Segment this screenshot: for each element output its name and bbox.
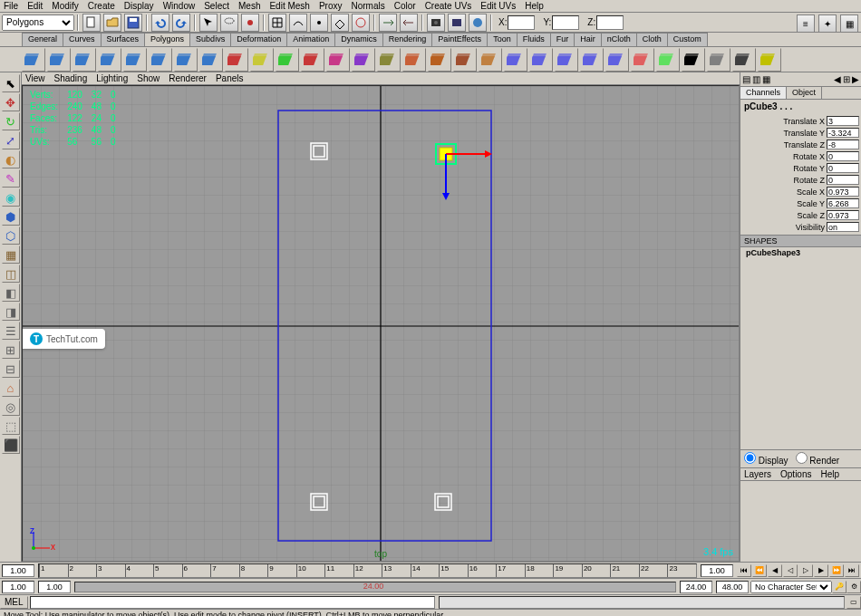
toolbox-item-0[interactable]: ⬉ bbox=[2, 74, 20, 92]
viewport[interactable]: Verts:120320Edges:240480Faces:122240Tris… bbox=[22, 85, 740, 562]
go-start-icon[interactable]: ⏮ bbox=[737, 564, 751, 577]
shelf-item-26[interactable] bbox=[682, 48, 705, 72]
attr-input-0[interactable] bbox=[827, 116, 859, 126]
toolbox-item-15[interactable]: ⊟ bbox=[2, 360, 20, 378]
shelf-tab-hair[interactable]: Hair bbox=[574, 33, 602, 46]
show-tool-icon[interactable]: ✦ bbox=[818, 14, 837, 33]
coord-z-input[interactable] bbox=[596, 15, 624, 30]
object-tab[interactable]: Object bbox=[787, 87, 822, 99]
menu-file[interactable]: File bbox=[4, 1, 18, 11]
attr-input-1[interactable] bbox=[827, 128, 859, 138]
coord-y-input[interactable] bbox=[552, 15, 579, 30]
channels-icon5[interactable]: ⊞ bbox=[843, 74, 850, 84]
toolbox-item-10[interactable]: ◫ bbox=[2, 265, 20, 283]
menu-create-uvs[interactable]: Create UVs bbox=[425, 1, 472, 11]
shelf-item-6[interactable] bbox=[174, 48, 198, 72]
menu-create[interactable]: Create bbox=[88, 1, 115, 11]
shelf-item-19[interactable] bbox=[504, 48, 527, 72]
layers-menu-layers[interactable]: Layers bbox=[744, 469, 771, 479]
toolbox-item-12[interactable]: ◨ bbox=[2, 303, 20, 321]
command-lang[interactable]: MEL bbox=[0, 596, 28, 609]
toolbox-item-5[interactable]: ✎ bbox=[2, 169, 20, 188]
open-scene-icon[interactable] bbox=[103, 14, 121, 32]
layers-menu-help[interactable]: Help bbox=[820, 469, 839, 479]
shelf-item-20[interactable] bbox=[529, 48, 553, 72]
shelf-tab-surfaces[interactable]: Surfaces bbox=[101, 33, 146, 46]
shelf-item-2[interactable] bbox=[73, 48, 96, 72]
anim-end[interactable] bbox=[716, 581, 749, 593]
script-editor-icon[interactable]: ▭ bbox=[846, 596, 861, 609]
shelf-tab-painteffects[interactable]: PaintEffects bbox=[431, 33, 488, 46]
menu-proxy[interactable]: Proxy bbox=[319, 1, 343, 11]
coord-x-input[interactable] bbox=[508, 15, 535, 30]
shelf-tab-cloth[interactable]: Cloth bbox=[636, 33, 668, 46]
toolbox-item-1[interactable]: ✥ bbox=[2, 93, 20, 111]
toolbox-item-14[interactable]: ⊞ bbox=[2, 341, 20, 359]
module-dropdown[interactable]: Polygons bbox=[2, 14, 74, 31]
layer-editor[interactable] bbox=[740, 480, 861, 562]
shelf-item-10[interactable] bbox=[276, 48, 299, 72]
snap-grid-icon[interactable] bbox=[268, 14, 286, 32]
menu-normals[interactable]: Normals bbox=[351, 1, 384, 11]
shelf-tab-dynamics[interactable]: Dynamics bbox=[334, 33, 383, 46]
shelf-tab-toon[interactable]: Toon bbox=[487, 33, 518, 46]
shelf-item-27[interactable] bbox=[707, 48, 730, 72]
shelf-tab-curves[interactable]: Curves bbox=[63, 33, 102, 46]
render-frame-icon[interactable] bbox=[427, 14, 445, 32]
play-back-icon[interactable]: ◁ bbox=[783, 564, 798, 577]
lasso-tool-icon[interactable] bbox=[220, 14, 238, 32]
shelf-item-13[interactable] bbox=[352, 48, 375, 72]
channel-object-name[interactable]: pCube3 . . . bbox=[740, 100, 861, 113]
display-radio[interactable]: Display bbox=[744, 452, 788, 466]
go-end-icon[interactable]: ⏭ bbox=[845, 564, 859, 577]
toolbox-item-18[interactable]: ⬚ bbox=[2, 417, 20, 435]
shelf-item-24[interactable] bbox=[631, 48, 654, 72]
channels-icon4[interactable]: ◀ bbox=[834, 74, 841, 84]
shape-node-name[interactable]: pCubeShape3 bbox=[740, 247, 861, 258]
toolbox-item-11[interactable]: ◧ bbox=[2, 284, 20, 302]
playback-end[interactable] bbox=[680, 581, 712, 593]
shelf-tab-rendering[interactable]: Rendering bbox=[382, 33, 433, 46]
shelf-item-29[interactable] bbox=[758, 48, 781, 72]
paint-select-icon[interactable] bbox=[241, 14, 259, 32]
toolbox-item-9[interactable]: ▦ bbox=[2, 245, 20, 264]
toolbox-item-16[interactable]: ⌂ bbox=[2, 379, 20, 397]
shelf-tab-general[interactable]: General bbox=[22, 33, 63, 46]
panel-renderer[interactable]: Renderer bbox=[169, 73, 207, 83]
attr-input-7[interactable] bbox=[827, 198, 859, 208]
shelf-tab-ncloth[interactable]: nCloth bbox=[601, 33, 637, 46]
shelf-tab-subdivs[interactable]: Subdivs bbox=[189, 33, 231, 46]
menu-edit-mesh[interactable]: Edit Mesh bbox=[269, 1, 309, 11]
shelf-item-7[interactable] bbox=[199, 48, 223, 72]
menu-display[interactable]: Display bbox=[124, 1, 154, 11]
shelf-tab-deformation[interactable]: Deformation bbox=[230, 33, 287, 46]
channels-icon[interactable]: ▤ bbox=[742, 74, 750, 84]
attr-input-2[interactable] bbox=[827, 140, 859, 149]
shelf-item-12[interactable] bbox=[326, 48, 350, 72]
attr-input-8[interactable] bbox=[827, 210, 859, 220]
step-fwd-key-icon[interactable]: ⏩ bbox=[829, 564, 844, 577]
toolbox-item-4[interactable]: ◐ bbox=[2, 150, 20, 168]
shelf-item-22[interactable] bbox=[580, 48, 604, 72]
snap-curve-icon[interactable] bbox=[289, 14, 307, 32]
toolbox-item-19[interactable]: ⬛ bbox=[2, 436, 20, 454]
play-fwd-icon[interactable]: ▷ bbox=[798, 564, 813, 577]
time-ruler[interactable]: 123456789101112131415161718192021222324 bbox=[38, 563, 697, 578]
panel-panels[interactable]: Panels bbox=[216, 73, 244, 83]
menu-help[interactable]: Help bbox=[525, 1, 544, 11]
toolbox-item-2[interactable]: ↻ bbox=[2, 112, 20, 130]
prefs-icon[interactable]: ⚙ bbox=[846, 581, 861, 593]
shelf-item-25[interactable] bbox=[656, 48, 680, 72]
panel-shading[interactable]: Shading bbox=[54, 73, 88, 83]
menu-color[interactable]: Color bbox=[394, 1, 416, 11]
attr-input-3[interactable] bbox=[827, 151, 859, 161]
toolbox-item-3[interactable]: ⤢ bbox=[2, 131, 20, 149]
channels-icon6[interactable]: ▶ bbox=[852, 74, 859, 84]
toolbox-item-8[interactable]: ⬡ bbox=[2, 226, 20, 245]
shelf-item-0[interactable] bbox=[22, 48, 45, 72]
shelf-item-4[interactable] bbox=[123, 48, 147, 72]
shelf-item-1[interactable] bbox=[47, 48, 71, 72]
menu-window[interactable]: Window bbox=[163, 1, 196, 11]
attr-input-5[interactable] bbox=[827, 175, 859, 185]
menu-edit[interactable]: Edit bbox=[27, 1, 43, 11]
